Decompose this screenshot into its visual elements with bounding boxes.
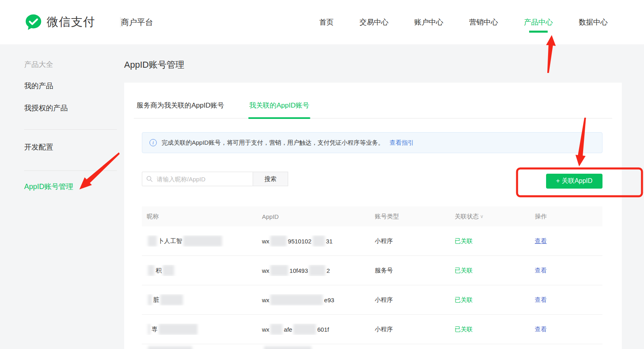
column-header-appid: AppID <box>257 213 370 220</box>
view-link[interactable]: 查看 <box>535 326 547 333</box>
action-cell: 查看 <box>530 326 602 333</box>
blur-patch <box>148 294 152 305</box>
blur-patch <box>264 346 312 349</box>
blur-patch <box>148 324 150 335</box>
top-nav: 首页 交易中心 账户中心 营销中心 产品中心 数据中心 <box>319 0 608 44</box>
redacted-text-fragment: 31 <box>326 238 333 245</box>
redacted-text-fragment: 601f <box>317 326 329 333</box>
blur-patch <box>160 294 183 305</box>
tab-active-underline <box>248 117 310 119</box>
account-type-cell: 小程序 <box>370 296 450 304</box>
sidebar-item-dev-config[interactable]: 开发配置 <box>24 142 53 152</box>
blur-patch <box>309 265 325 276</box>
blur-patch <box>270 294 323 305</box>
tab-bar: 服务商为我关联的AppID账号 我关联的AppID账号 <box>134 101 612 118</box>
blur-patch <box>270 265 288 276</box>
sidebar-item-appid-management[interactable]: AppID账号管理 <box>24 182 73 191</box>
status-text: 已关联 <box>455 326 473 333</box>
toolbar-row: 搜索 + 关联AppID <box>142 172 602 189</box>
appid-table: 昵称 AppID 账号类型 关联状态 操作 卜人工智wx951010231小程序… <box>142 206 602 349</box>
table-body: 卜人工智wx951010231小程序已关联查看积wx10f4932服务号已关联查… <box>142 226 602 344</box>
page-title: AppID账号管理 <box>124 59 184 71</box>
column-header-actions: 操作 <box>530 213 602 220</box>
status-text: 已关联 <box>455 267 473 274</box>
blur-patch <box>270 235 287 247</box>
status-badge: 已关联 <box>450 296 530 304</box>
nickname-cell: 専 <box>142 324 257 335</box>
search-box <box>142 172 253 186</box>
redacted-text-fragment: 専 <box>152 326 158 333</box>
nav-item-account-center[interactable]: 账户中心 <box>414 0 443 44</box>
blur-patch <box>148 265 154 276</box>
info-banner-text: 完成关联的AppID账号，将可用于支付，营销，用户触达，支付凭证小程序等业务。 <box>162 139 384 147</box>
sidebar-divider <box>24 129 117 130</box>
redacted-text-fragment: 2 <box>326 267 330 274</box>
action-cell: 查看 <box>530 296 602 304</box>
nav-active-underline <box>529 31 548 33</box>
blur-patch <box>270 324 283 335</box>
sidebar-item-my-products[interactable]: 我的产品 <box>24 81 53 91</box>
table-row: 积wx10f4932服务号已关联查看 <box>142 256 602 285</box>
account-type-cell: 小程序 <box>370 237 450 245</box>
blur-patch <box>163 265 174 276</box>
account-type-cell: 小程序 <box>370 326 450 333</box>
redacted-text-fragment: wx <box>262 267 269 274</box>
blur-patch <box>313 235 325 247</box>
sidebar: 产品大全 我的产品 我授权的产品 开发配置 AppID账号管理 <box>0 44 116 349</box>
blur-patch <box>148 235 157 247</box>
status-badge: 已关联 <box>450 237 530 245</box>
table-row: 脏wxe93小程序已关联查看 <box>142 285 602 315</box>
wechat-pay-logo-icon <box>25 14 42 31</box>
redacted-text-fragment: wx <box>262 238 269 245</box>
status-badge: 已关联 <box>450 267 530 274</box>
nav-item-product-center[interactable]: 产品中心 <box>524 0 553 44</box>
appid-cell: wx10f4932 <box>257 265 370 276</box>
link-appid-button[interactable]: + 关联AppID <box>546 174 602 189</box>
table-partial-row <box>142 344 602 349</box>
status-badge: 已关联 <box>450 326 530 333</box>
search-button[interactable]: 搜索 <box>253 172 288 186</box>
tab-my-linked-appid[interactable]: 我关联的AppID账号 <box>248 101 310 118</box>
nickname-cell: 积 <box>142 265 257 276</box>
search-input[interactable] <box>142 172 253 186</box>
view-guide-link[interactable]: 查看指引 <box>390 139 414 147</box>
appid-cell: wxafe601f <box>257 324 370 335</box>
table-header: 昵称 AppID 账号类型 关联状态 操作 <box>142 206 602 226</box>
view-link[interactable]: 查看 <box>535 237 547 245</box>
redacted-text-fragment: wx <box>262 297 269 303</box>
view-link[interactable]: 查看 <box>535 296 547 304</box>
action-cell: 查看 <box>530 267 602 274</box>
brand-name: 微信支付 <box>47 14 95 30</box>
tab-sp-linked-appid[interactable]: 服务商为我关联的AppID账号 <box>136 101 225 118</box>
redacted-text-fragment: afe <box>284 326 292 333</box>
nickname-cell: 脏 <box>142 294 257 305</box>
appid-cell: wx951010231 <box>257 235 370 247</box>
column-header-account-type: 账号类型 <box>370 213 450 220</box>
brand-logo[interactable]: 微信支付 <box>25 0 95 44</box>
blur-patch <box>183 235 222 247</box>
blur-patch <box>148 346 192 349</box>
redacted-text-fragment: 卜人工智 <box>158 237 182 245</box>
action-cell: 查看 <box>530 237 602 245</box>
info-banner: 完成关联的AppID账号，将可用于支付，营销，用户触达，支付凭证小程序等业务。 … <box>142 132 602 153</box>
search-group: 搜索 <box>142 172 288 186</box>
redacted-text-fragment: 10f493 <box>289 267 308 274</box>
sidebar-section-title: 产品大全 <box>24 60 53 69</box>
nav-item-data-center[interactable]: 数据中心 <box>579 0 608 44</box>
nav-item-transaction-center[interactable]: 交易中心 <box>359 0 388 44</box>
status-text: 已关联 <box>455 296 473 304</box>
appid-cell: wxe93 <box>257 294 370 305</box>
nav-item-marketing-center[interactable]: 营销中心 <box>469 0 498 44</box>
search-icon <box>146 176 153 182</box>
sidebar-divider <box>24 170 117 171</box>
info-icon <box>150 139 157 146</box>
nav-item-home[interactable]: 首页 <box>319 0 334 44</box>
column-header-link-status[interactable]: 关联状态 <box>450 213 530 220</box>
header-divider <box>120 17 120 27</box>
redacted-text-fragment: wx <box>262 326 269 333</box>
sidebar-item-authorized-products[interactable]: 我授权的产品 <box>24 103 68 113</box>
view-link[interactable]: 查看 <box>535 267 547 274</box>
sort-caret-icon <box>480 214 484 219</box>
table-row: 卜人工智wx951010231小程序已关联查看 <box>142 226 602 256</box>
account-type-cell: 服务号 <box>370 267 450 274</box>
